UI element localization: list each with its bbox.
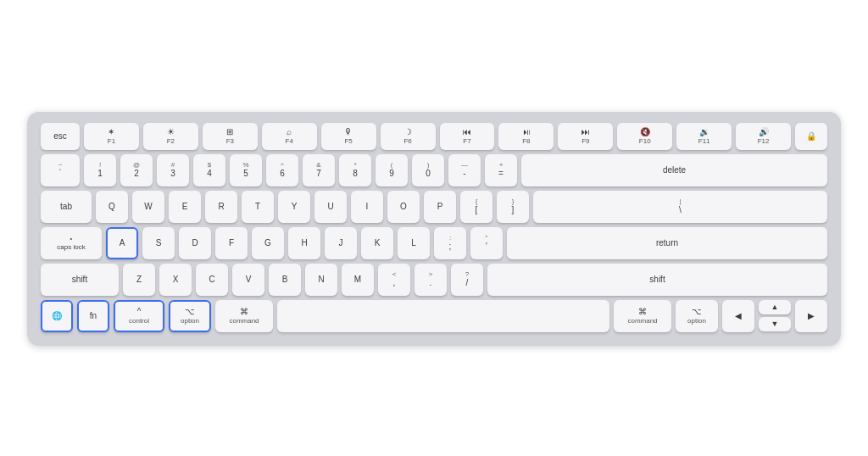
key-4[interactable]: $ 4 [193, 154, 225, 186]
key-k[interactable]: K [361, 227, 393, 259]
key-f8[interactable]: ⏯ F8 [498, 123, 554, 150]
key-rbracket[interactable]: } ] [497, 191, 529, 223]
key-2[interactable]: @ 2 [120, 154, 153, 186]
key-fn[interactable]: fn [77, 300, 109, 332]
key-arrow-right[interactable]: ▶ [795, 300, 827, 332]
key-esc[interactable]: esc [41, 123, 80, 150]
key-y[interactable]: Y [278, 191, 310, 223]
key-m[interactable]: M [342, 264, 374, 296]
key-backtick[interactable]: ~ ` [41, 154, 80, 186]
key-r[interactable]: R [205, 191, 237, 223]
key-comma[interactable]: < , [378, 264, 410, 296]
key-f10[interactable]: 🔇 F10 [617, 123, 672, 150]
key-space[interactable] [277, 300, 609, 332]
key-f5[interactable]: 🎙 F5 [321, 123, 376, 150]
key-f2[interactable]: ☀ F2 [143, 123, 198, 150]
key-s[interactable]: S [142, 227, 175, 259]
key-p[interactable]: P [424, 191, 456, 223]
key-f3[interactable]: ⊞ F3 [203, 123, 258, 150]
tab-row: tab Q W E R T Y U I O P { [ } ] | \ [41, 191, 827, 223]
key-f4[interactable]: ⌕ F4 [262, 123, 317, 150]
key-option-right[interactable]: ⌥ option [676, 300, 718, 332]
key-9[interactable]: ( 9 [376, 154, 408, 186]
key-minus[interactable]: — - [448, 154, 481, 186]
key-slash[interactable]: ? / [451, 264, 483, 296]
key-o[interactable]: O [387, 191, 420, 223]
key-command-left[interactable]: ⌘ command [215, 300, 273, 332]
key-delete[interactable]: delete [521, 154, 827, 186]
shift-row: shift Z X C V B N M < , > . ? / shift [41, 264, 827, 296]
key-f7[interactable]: ⏮ F7 [440, 123, 495, 150]
key-a[interactable]: A [106, 227, 138, 259]
key-tab[interactable]: tab [41, 191, 92, 223]
key-equals[interactable]: + = [485, 154, 517, 186]
key-period[interactable]: > . [415, 264, 447, 296]
key-command-right[interactable]: ⌘ command [614, 300, 671, 332]
key-arrow-up[interactable]: ▲ [759, 300, 791, 314]
key-arrow-down[interactable]: ▼ [759, 317, 791, 331]
key-b[interactable]: B [269, 264, 301, 296]
key-6[interactable]: ^ 6 [266, 154, 298, 186]
key-i[interactable]: I [351, 191, 383, 223]
key-1[interactable]: ! 1 [84, 154, 116, 186]
key-l[interactable]: L [398, 227, 430, 259]
key-f1[interactable]: ✶ F1 [84, 123, 139, 150]
key-semicolon[interactable]: : ; [434, 227, 466, 259]
key-lbracket[interactable]: { [ [460, 191, 492, 223]
key-7[interactable]: & 7 [303, 154, 335, 186]
key-backslash[interactable]: | \ [533, 191, 827, 223]
key-w[interactable]: W [132, 191, 164, 223]
key-arrow-left[interactable]: ◀ [722, 300, 754, 332]
key-d[interactable]: D [179, 227, 211, 259]
key-u[interactable]: U [314, 191, 347, 223]
key-3[interactable]: # 3 [157, 154, 189, 186]
key-f9[interactable]: ⏭ F9 [558, 123, 613, 150]
key-f[interactable]: F [215, 227, 248, 259]
key-option-left[interactable]: ⌥ option [169, 300, 211, 332]
key-f11[interactable]: 🔉 F11 [676, 123, 732, 150]
key-v[interactable]: V [232, 264, 264, 296]
key-j[interactable]: J [325, 227, 357, 259]
key-f6[interactable]: ☽ F6 [381, 123, 436, 150]
key-x[interactable]: X [159, 264, 192, 296]
key-0[interactable]: ) 0 [412, 154, 444, 186]
fn-row: esc ✶ F1 ☀ F2 ⊞ F3 ⌕ F4 🎙 F5 ☽ F6 ⏮ F7 [41, 123, 827, 150]
key-c[interactable]: C [196, 264, 228, 296]
key-return[interactable]: return [507, 227, 827, 259]
key-control[interactable]: ^ control [114, 300, 164, 332]
key-e[interactable]: E [169, 191, 201, 223]
mod-row: 🌐 fn ^ control ⌥ option ⌘ command ⌘ comm… [41, 300, 827, 332]
key-shift-right[interactable]: shift [487, 264, 827, 296]
key-z[interactable]: Z [123, 264, 155, 296]
keyboard: esc ✶ F1 ☀ F2 ⊞ F3 ⌕ F4 🎙 F5 ☽ F6 ⏮ F7 [27, 111, 841, 346]
key-lock[interactable]: 🔒 [795, 123, 827, 150]
caps-row: • caps lock A S D F G H J K L : ; " ' re… [41, 227, 827, 259]
key-shift-left[interactable]: shift [41, 264, 119, 296]
key-capslock[interactable]: • caps lock [41, 227, 102, 259]
key-g[interactable]: G [252, 227, 284, 259]
key-q[interactable]: Q [96, 191, 128, 223]
key-quote[interactable]: " ' [470, 227, 503, 259]
num-row: ~ ` ! 1 @ 2 # 3 $ 4 % 5 ^ 6 & 7 [41, 154, 827, 186]
key-f12[interactable]: 🔊 F12 [736, 123, 791, 150]
key-t[interactable]: T [242, 191, 274, 223]
key-h[interactable]: H [288, 227, 320, 259]
key-n[interactable]: N [305, 264, 337, 296]
key-globe[interactable]: 🌐 [41, 300, 73, 332]
key-8[interactable]: * 8 [339, 154, 371, 186]
key-5[interactable]: % 5 [230, 154, 262, 186]
key-arrows-updown: ▲ ▼ [759, 300, 791, 332]
